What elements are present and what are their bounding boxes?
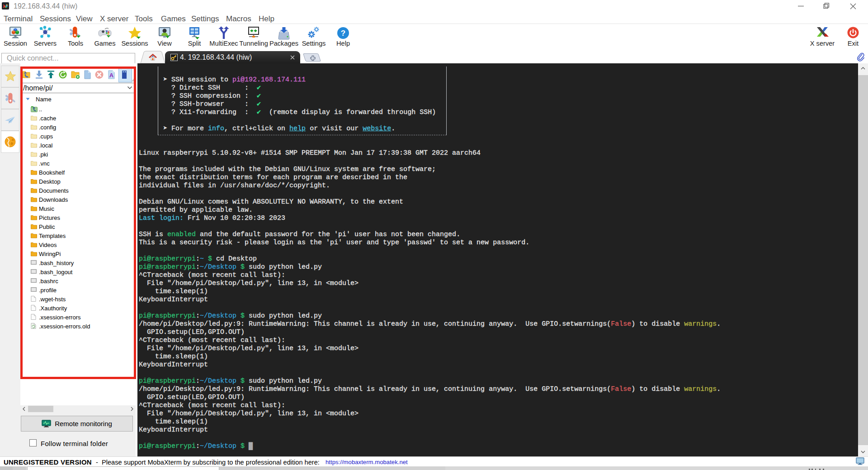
- svg-text:?: ?: [341, 29, 345, 38]
